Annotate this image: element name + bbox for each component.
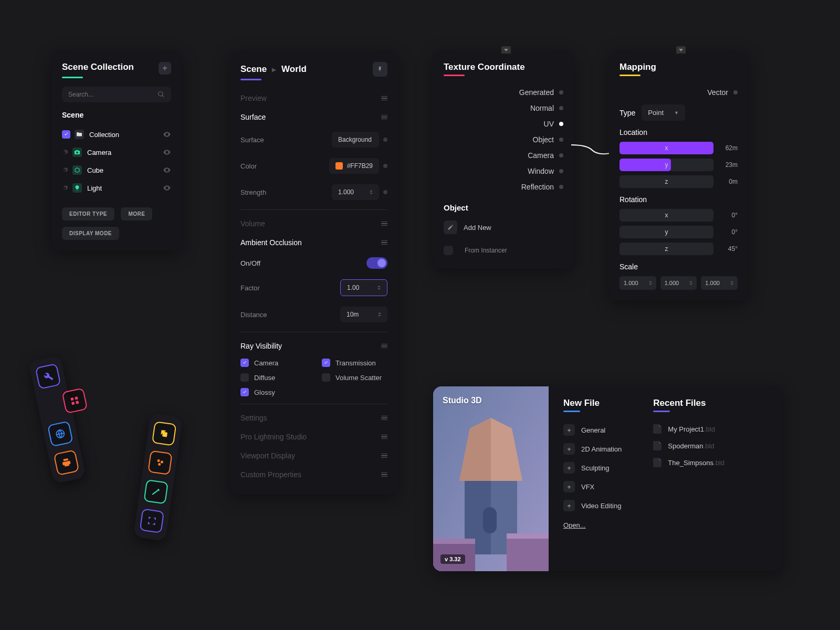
more-button[interactable]: MORE [121,207,152,220]
scale-z-input[interactable]: 1.000 [701,276,738,290]
tool-wrench-button[interactable] [35,363,61,390]
section-surface[interactable]: Surface [240,108,387,127]
tool-cluster-button[interactable] [148,450,172,475]
check-camera[interactable]: Camera [240,355,306,370]
section-ray-visibility[interactable]: Ray Visibility [240,337,387,355]
socket-dot[interactable] [383,190,387,194]
mapping-node[interactable]: Mapping Vector Type Point▼ Location x 62… [609,51,748,300]
visibility-icon[interactable] [163,184,171,192]
node-collapse-arrow[interactable] [501,46,511,54]
strength-value-input[interactable]: 1.000 [332,184,379,200]
search-input-container[interactable] [62,87,171,102]
socket-dot[interactable] [559,90,563,94]
output-reflection[interactable]: Reflection [444,179,563,195]
tool-edit-button[interactable] [143,479,168,504]
add-new-button[interactable]: Add New [444,217,563,237]
new-file-2d-animation[interactable]: +2D Animation [563,439,622,458]
section-pro-lightning[interactable]: Pro Lightning Studio [240,427,387,446]
tree-item-collection[interactable]: Collection [62,125,171,143]
output-uv[interactable]: UV [444,116,563,132]
plus-icon: + [563,443,575,455]
texture-coordinate-node[interactable]: Texture Coordinate Generated Normal UV O… [433,51,574,269]
location-y-slider[interactable]: y 23m [620,159,738,171]
socket-dot[interactable] [559,185,563,189]
display-mode-button[interactable]: DISPLAY MODE [62,227,119,240]
breadcrumb-world[interactable]: World [281,64,307,75]
tree-item-cube[interactable]: Cube [62,161,171,179]
visibility-icon[interactable] [163,148,171,156]
new-file-vfx[interactable]: +VFX [563,477,622,496]
new-file-general[interactable]: +General [563,421,622,439]
new-file-video-editing[interactable]: +Video Editing [563,496,622,515]
check-diffuse[interactable]: Diffuse [240,370,306,385]
editor-type-button[interactable]: EDITOR TYPE [62,207,114,220]
section-settings[interactable]: Settings [240,408,387,427]
section-custom-properties[interactable]: Custom Properties [240,465,387,484]
tool-palette-left[interactable] [28,355,86,484]
location-x-slider[interactable]: x 62m [620,142,738,154]
recent-file-item[interactable]: My Project1.bld [653,421,724,437]
location-z-slider[interactable]: z 0m [620,175,738,188]
gear-icon[interactable] [62,167,68,173]
checkbox[interactable] [62,130,70,139]
check-volume-scatter[interactable]: Volume Scatter [322,370,387,385]
output-camera[interactable]: Camera [444,148,563,163]
tool-copy-button[interactable] [152,421,176,446]
add-collection-button[interactable]: + [159,62,171,75]
color-value-input[interactable]: #FF7B29 [329,158,379,174]
gear-icon[interactable] [62,149,68,155]
visibility-icon[interactable] [163,130,171,139]
from-instancer-checkbox[interactable]: From Instancer [444,243,563,258]
recent-file-item[interactable]: Spoderman.bld [653,437,724,454]
socket-dot[interactable] [559,106,563,110]
globe-icon [54,428,67,440]
breadcrumb-scene[interactable]: Scene [240,64,267,75]
visibility-icon[interactable] [163,166,171,174]
distance-value-input[interactable]: 10m [340,307,387,322]
new-file-column: New File +General +2D Animation +Sculpti… [563,398,622,560]
scale-y-input[interactable]: 1.000 [660,276,697,290]
rotation-y-slider[interactable]: y 0° [620,226,738,238]
socket-dot[interactable] [383,138,387,142]
open-link[interactable]: Open... [563,521,586,529]
scale-label: Scale [620,262,738,271]
check-transmission[interactable]: Transmission [322,355,387,370]
gear-icon[interactable] [62,185,68,191]
section-preview[interactable]: Preview [240,89,387,108]
rotation-z-slider[interactable]: z 45° [620,243,738,255]
type-select[interactable]: Point▼ [642,104,685,121]
section-volume[interactable]: Volume [240,214,387,233]
recent-file-item[interactable]: The_Simpsons.bld [653,454,724,471]
socket-dot[interactable] [733,90,738,94]
scale-x-input[interactable]: 1.000 [620,276,656,290]
tree-item-camera[interactable]: Camera [62,143,171,161]
socket-dot[interactable] [383,164,387,168]
output-normal[interactable]: Normal [444,100,563,116]
node-collapse-arrow[interactable] [676,46,686,54]
svg-rect-19 [507,533,549,539]
socket-dot[interactable] [559,122,563,126]
output-vector[interactable]: Vector [620,85,738,100]
onoff-toggle[interactable] [366,257,387,269]
tool-palette-right[interactable] [133,413,183,541]
tool-focus-button[interactable] [140,508,164,533]
rotation-x-slider[interactable]: x 0° [620,209,738,222]
tool-print-button[interactable] [54,449,80,476]
output-object[interactable]: Object [444,132,563,148]
surface-value-input[interactable]: Background [332,132,379,148]
new-file-sculpting[interactable]: +Sculpting [563,458,622,477]
section-ao[interactable]: Ambient Occlusion [240,233,387,252]
socket-dot[interactable] [559,138,563,142]
tree-item-light[interactable]: Light [62,179,171,197]
tool-globe-button[interactable] [47,421,74,447]
section-viewport-display[interactable]: Viewport Display [240,446,387,465]
pin-button[interactable] [373,62,387,77]
socket-dot[interactable] [559,153,563,158]
output-window[interactable]: Window [444,163,563,179]
output-generated[interactable]: Generated [444,85,563,100]
socket-dot[interactable] [559,169,563,173]
check-glossy[interactable]: Glossy [240,385,306,400]
factor-value-input[interactable]: 1.00 [340,279,387,296]
tool-grid-button[interactable] [61,387,88,414]
search-input[interactable] [68,91,158,98]
